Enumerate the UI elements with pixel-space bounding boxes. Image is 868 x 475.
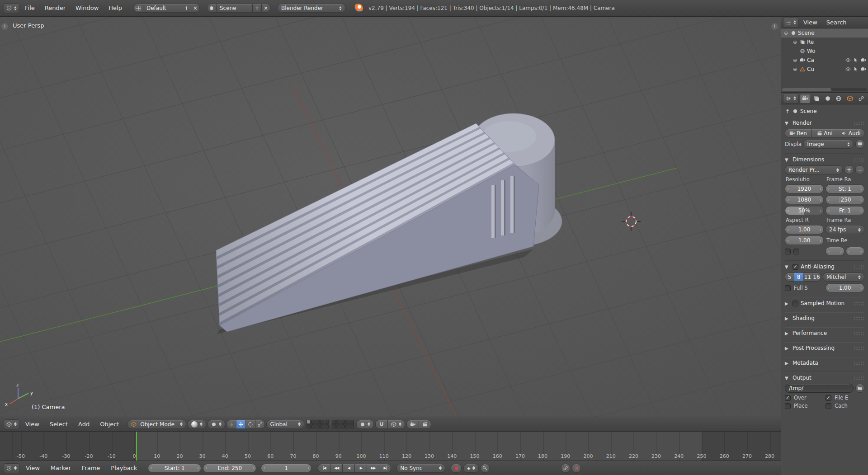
menu-view[interactable]: View: [21, 419, 44, 430]
outliner-item-world[interactable]: Wo: [781, 47, 868, 56]
resolution-y-field[interactable]: 1080: [785, 195, 824, 204]
render-audio-button[interactable]: Audi: [838, 129, 864, 138]
play-button[interactable]: ▶: [354, 464, 367, 473]
outliner-item-scene[interactable]: ⊖ Scene: [781, 28, 868, 38]
aa-samples-8-button[interactable]: 8: [794, 273, 803, 282]
panel-grip[interactable]: [854, 265, 864, 269]
menu-render[interactable]: Render: [40, 3, 70, 14]
editor-type-properties-button[interactable]: [783, 94, 799, 103]
tab-object[interactable]: [845, 94, 855, 103]
manipulator-axis-button[interactable]: [226, 420, 236, 429]
placeholders-checkbox[interactable]: [785, 403, 791, 409]
editor-type-outliner-button[interactable]: [783, 18, 799, 28]
add-scene-button[interactable]: +: [252, 4, 261, 13]
expand-icon[interactable]: ⊕: [792, 39, 798, 45]
menu-marker[interactable]: Marker: [46, 463, 75, 474]
tab-scene[interactable]: [823, 94, 833, 103]
menu-object[interactable]: Object: [95, 419, 123, 430]
expand-icon[interactable]: ⊕: [792, 57, 798, 63]
menu-help[interactable]: Help: [104, 3, 127, 14]
panel-grip[interactable]: [854, 376, 864, 380]
opengl-render-anim-button[interactable]: [419, 420, 431, 429]
panel-grip[interactable]: [854, 316, 864, 320]
auto-keyframe-button[interactable]: ●: [451, 464, 462, 473]
editor-type-timeline-button[interactable]: [4, 463, 19, 473]
panel-dimensions-header[interactable]: ▼ Dimensions: [785, 154, 864, 165]
panel-post-processing-header[interactable]: ▶ Post Processing: [785, 342, 864, 354]
panel-grip[interactable]: [854, 158, 864, 162]
add-preset-button[interactable]: +: [844, 165, 854, 174]
cache-result-checkbox[interactable]: [826, 403, 831, 409]
snap-toggle-button[interactable]: [375, 420, 387, 429]
aa-samples-16-button[interactable]: 16: [812, 273, 821, 282]
render-preset-select[interactable]: Render Pr...: [785, 165, 843, 174]
border-checkbox[interactable]: [785, 249, 791, 254]
resolution-x-field[interactable]: 1920: [785, 184, 824, 193]
manipulator-scale-button[interactable]: [255, 420, 265, 429]
tab-render[interactable]: [800, 94, 810, 103]
menu-timeline-view[interactable]: View: [21, 463, 44, 474]
browse-output-path-button[interactable]: [855, 384, 864, 393]
delete-screen-layout-button[interactable]: ×: [191, 4, 200, 13]
aspect-x-field[interactable]: 1.00: [785, 225, 824, 234]
time-remap-old-field[interactable]: [826, 247, 844, 256]
eye-icon[interactable]: [845, 57, 851, 63]
eye-icon[interactable]: [845, 66, 851, 72]
pivot-point-select[interactable]: [208, 420, 225, 429]
panel-shading-header[interactable]: ▶ Shading: [785, 312, 864, 324]
aa-samples-5-button[interactable]: 5: [785, 273, 794, 282]
panel-output-header[interactable]: ▼ Output: [785, 372, 864, 384]
resolution-percentage-slider[interactable]: 50%: [785, 206, 824, 215]
pointer-icon[interactable]: [853, 66, 859, 72]
panel-grip[interactable]: [854, 301, 864, 306]
region-toggle-right[interactable]: +: [771, 23, 778, 30]
layers-group-1[interactable]: [307, 420, 329, 428]
pin-icon[interactable]: [785, 108, 790, 114]
menu-outliner-search[interactable]: Search: [822, 17, 851, 28]
overwrite-checkbox[interactable]: ✓: [785, 395, 791, 401]
tab-world[interactable]: [834, 94, 844, 103]
expand-icon[interactable]: ⊕: [792, 66, 798, 72]
render-engine-select[interactable]: Blender Render: [278, 4, 345, 13]
display-mode-select[interactable]: Image: [803, 140, 854, 149]
mode-select[interactable]: Object Mode: [127, 420, 186, 429]
previous-keyframe-button[interactable]: ◀◀: [330, 464, 342, 473]
frame-step-field[interactable]: Fr: 1: [826, 206, 864, 215]
aspect-y-field[interactable]: 1.00: [785, 236, 824, 245]
delete-scene-button[interactable]: ×: [261, 4, 270, 13]
tab-constraints[interactable]: [856, 94, 866, 103]
outliner-scrollbar[interactable]: [782, 88, 867, 91]
panel-render-header[interactable]: ▼ Render: [785, 117, 864, 129]
layers-group-2[interactable]: [332, 420, 354, 428]
delete-keyframe-button[interactable]: ×: [572, 464, 581, 473]
menu-add[interactable]: Add: [74, 419, 94, 430]
viewport-canvas[interactable]: y z x: [0, 17, 781, 417]
sampled-motion-blur-checkbox[interactable]: [793, 301, 798, 306]
display-lock-button[interactable]: [855, 140, 864, 149]
current-frame-field[interactable]: 1: [261, 464, 311, 473]
outliner-item-cube[interactable]: ⊕ Cu: [781, 65, 868, 74]
frame-start-field[interactable]: St: 1: [826, 184, 864, 193]
viewport-shading-select[interactable]: [188, 420, 206, 429]
sync-mode-select[interactable]: No Sync: [396, 464, 445, 473]
panel-grip[interactable]: [854, 346, 864, 350]
aa-filter-select[interactable]: Mitchel: [823, 273, 864, 282]
keying-set-select[interactable]: ◆: [463, 464, 479, 473]
menu-playback[interactable]: Playback: [106, 463, 142, 474]
menu-window[interactable]: Window: [71, 3, 103, 14]
time-remap-new-field[interactable]: [846, 247, 865, 256]
menu-file[interactable]: File: [20, 3, 39, 14]
screen-layout-browse-button[interactable]: [134, 4, 143, 13]
current-frame-indicator[interactable]: [136, 432, 137, 461]
panel-sampled-motion-blur-header[interactable]: ▶ Sampled Motion: [785, 297, 864, 309]
panel-metadata-header[interactable]: ▶ Metadata: [785, 357, 864, 369]
screen-layout-name[interactable]: Default: [143, 4, 182, 13]
antialiasing-checkbox[interactable]: ✓: [793, 264, 798, 270]
full-sample-checkbox[interactable]: [785, 285, 791, 291]
file-extensions-checkbox[interactable]: ✓: [826, 395, 831, 401]
timeline-ruler[interactable]: -50-40-30-20-100102030405060708090100110…: [0, 432, 781, 461]
menu-select[interactable]: Select: [45, 419, 72, 430]
outliner-item-camera[interactable]: ⊕ Ca: [781, 56, 868, 65]
aa-filter-size-field[interactable]: 1.00: [826, 283, 864, 292]
pointer-icon[interactable]: [853, 57, 859, 63]
